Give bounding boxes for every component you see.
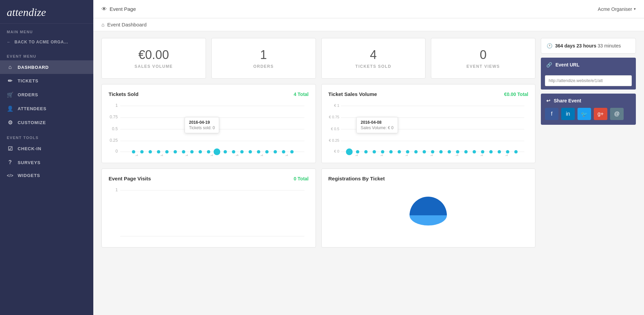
sidebar-item-widgets[interactable]: </> WIDGETS xyxy=(0,169,93,182)
chart-header-sales: Ticket Sales Volume €0.00 Total xyxy=(328,91,529,97)
sidebar-item-orders[interactable]: 🛒 ORDERS xyxy=(0,88,93,102)
timer-text: 364 days 23 hours 33 minutes xyxy=(555,43,621,48)
customize-icon: ⚙ xyxy=(7,119,14,126)
main-charts-area: €0.00 SALES VOLUME 1 ORDERS 4 TICKETS SO… xyxy=(101,38,535,253)
sidebar: attendize MAIN MENU ← BACK TO ACME ORGA.… xyxy=(0,0,93,315)
orders-value: 1 xyxy=(219,48,309,62)
share-googleplus-button[interactable]: g+ xyxy=(594,108,607,120)
content-grid: €0.00 SALES VOLUME 1 ORDERS 4 TICKETS SO… xyxy=(101,38,636,253)
event-visits-total: 0 Total xyxy=(293,176,308,181)
svg-point-66 xyxy=(506,150,509,154)
svg-point-67 xyxy=(514,150,517,154)
svg-text:13th Apr: 13th Apr xyxy=(372,153,384,156)
svg-point-53 xyxy=(397,150,401,154)
svg-point-17 xyxy=(190,150,194,154)
share-twitter-button[interactable]: 🐦 xyxy=(577,108,591,120)
share-buttons: f in 🐦 g+ @ xyxy=(541,108,636,125)
sidebar-item-customize[interactable]: ⚙ CUSTOMIZE xyxy=(0,116,93,130)
svg-point-20 xyxy=(213,149,220,155)
widgets-icon: </> xyxy=(7,173,14,178)
stat-sales-volume: €0.00 SALES VOLUME xyxy=(101,38,206,79)
event-visits-chart-card: Event Page Visits 0 Total 1 xyxy=(101,169,316,248)
sidebar-widgets-label: WIDGETS xyxy=(18,173,40,178)
svg-text:0.5: 0.5 xyxy=(112,126,118,131)
user-menu[interactable]: Acme Organiser ▾ xyxy=(598,6,636,12)
logo-area: attendize xyxy=(0,0,93,24)
svg-point-62 xyxy=(472,150,476,154)
event-menu-label: EVENT MENU xyxy=(0,48,93,60)
surveys-icon: ? xyxy=(7,159,14,165)
sidebar-checkin-label: CHECK-IN xyxy=(18,146,41,151)
charts-row-2: Event Page Visits 0 Total 1 xyxy=(101,169,535,248)
svg-text:28th Apr: 28th Apr xyxy=(496,153,509,156)
svg-point-11 xyxy=(140,150,144,154)
event-page-link[interactable]: Event Page xyxy=(110,6,136,12)
eye-icon: 👁 xyxy=(101,6,107,12)
attendees-icon: 👤 xyxy=(7,105,14,112)
stat-event-views: 0 EVENT VIEWS xyxy=(431,38,535,79)
sidebar-item-dashboard[interactable]: ⌂ DASHBOARD xyxy=(0,60,93,74)
timer-minutes: 33 minutes xyxy=(598,43,621,48)
svg-text:10th Apr: 10th Apr xyxy=(127,153,139,156)
share-event-header: ↩ Share Event xyxy=(541,94,636,108)
svg-point-27 xyxy=(273,150,277,154)
share-email-button[interactable]: @ xyxy=(610,108,624,120)
main-menu-label: MAIN MENU xyxy=(0,24,93,36)
svg-text:19th Apr: 19th Apr xyxy=(421,153,434,156)
sidebar-item-attendees[interactable]: 👤 ATTENDEES xyxy=(0,102,93,116)
svg-point-10 xyxy=(132,150,135,154)
registrations-chart-card: Registrations By Ticket xyxy=(321,169,536,248)
svg-text:16th Apr: 16th Apr xyxy=(177,153,189,156)
ticket-sales-title: Ticket Sales Volume xyxy=(328,91,377,97)
ticket-sales-svg: € 1 € 0.75 € 0.5 € 0.25 € 0 xyxy=(328,102,529,156)
svg-point-64 xyxy=(489,150,493,154)
ticket-sales-chart-area: € 1 € 0.75 € 0.5 € 0.25 € 0 xyxy=(328,102,529,156)
event-tools-label: EVENT TOOLS xyxy=(0,130,93,142)
svg-text:25th Apr: 25th Apr xyxy=(252,153,264,156)
tickets-sold-label: TICKETS SOLD xyxy=(328,64,419,69)
sidebar-item-surveys[interactable]: ? SURVEYS xyxy=(0,156,93,169)
svg-point-55 xyxy=(414,150,417,154)
sidebar-customize-label: CUSTOMIZE xyxy=(18,120,46,125)
share-linkedin-button[interactable]: in xyxy=(561,108,575,120)
home-icon: ⌂ xyxy=(7,64,14,70)
breadcrumb-home-icon: ⌂ xyxy=(101,22,105,27)
svg-point-48 xyxy=(356,150,359,154)
share-facebook-button[interactable]: f xyxy=(545,108,558,120)
checkin-icon: ☑ xyxy=(7,145,14,152)
svg-text:19th Apr: 19th Apr xyxy=(202,153,214,156)
user-name: Acme Organiser xyxy=(598,6,632,12)
sidebar-item-tickets[interactable]: ✏ TICKETS xyxy=(0,74,93,88)
svg-text:€ 0.25: € 0.25 xyxy=(329,138,339,142)
sales-volume-value: €0.00 xyxy=(109,48,199,62)
svg-point-56 xyxy=(422,150,426,154)
stats-row: €0.00 SALES VOLUME 1 ORDERS 4 TICKETS SO… xyxy=(101,38,535,79)
svg-point-29 xyxy=(290,150,293,154)
tickets-sold-svg: 1 0.75 0.5 0.25 0 xyxy=(109,102,309,156)
svg-text:0.75: 0.75 xyxy=(110,115,118,119)
svg-point-25 xyxy=(257,150,260,154)
svg-point-21 xyxy=(224,150,227,154)
chart-header-tickets: Tickets Sold 4 Total xyxy=(109,91,309,97)
svg-text:13th Apr: 13th Apr xyxy=(152,153,164,156)
back-to-org-button[interactable]: ← BACK TO ACME ORGA... xyxy=(0,36,93,48)
share-event-card: ↩ Share Event f in 🐦 g+ @ xyxy=(541,94,636,125)
url-input-wrap xyxy=(541,72,636,90)
svg-point-28 xyxy=(282,150,285,154)
svg-point-23 xyxy=(240,150,244,154)
tickets-sold-title: Tickets Sold xyxy=(109,91,138,97)
stat-orders: 1 ORDERS xyxy=(211,38,316,79)
svg-point-24 xyxy=(249,150,252,154)
tickets-sold-total: 4 Total xyxy=(293,92,308,97)
charts-row-1: Tickets Sold 4 Total 1 0.75 0.5 0.25 0 xyxy=(101,84,535,163)
chart-header-registrations: Registrations By Ticket xyxy=(328,176,529,181)
sidebar-item-checkin[interactable]: ☑ CHECK-IN xyxy=(0,142,93,156)
event-visits-chart-area: 1 xyxy=(109,186,309,240)
event-url-input[interactable] xyxy=(545,75,632,86)
svg-point-18 xyxy=(198,150,202,154)
svg-point-58 xyxy=(439,150,442,154)
svg-point-49 xyxy=(364,150,367,154)
breadcrumb-label: Event Dashboard xyxy=(107,22,147,27)
svg-point-54 xyxy=(406,150,409,154)
event-url-card: 🔗 Event URL xyxy=(541,58,636,90)
